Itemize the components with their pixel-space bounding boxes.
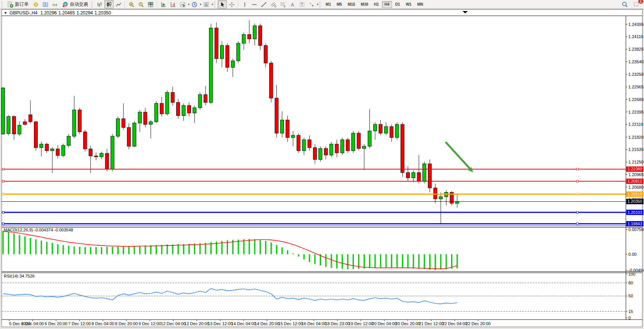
macd-bar (342, 254, 343, 269)
metaeditor-button[interactable] (31, 0, 40, 8)
arrows-tool-button[interactable] (307, 0, 316, 8)
candle-up (456, 202, 459, 204)
svg-text:8 Dec 20:00: 8 Dec 20:00 (115, 321, 138, 326)
signals-button[interactable] (50, 0, 59, 8)
macd-bar (90, 247, 91, 254)
timeframe-m15-button[interactable]: M15 (345, 1, 358, 8)
candle-down (324, 149, 328, 155)
timeframe-m1-button[interactable]: M1 (323, 1, 334, 8)
candle-down (204, 95, 207, 103)
candle-down (335, 144, 339, 153)
svg-text:15: 15 (628, 309, 633, 314)
autoscroll-button[interactable] (159, 0, 168, 8)
macd-bar (35, 239, 36, 254)
bar-chart-button[interactable] (95, 0, 104, 8)
svg-text:20 Dec 04:00: 20 Dec 04:00 (372, 321, 397, 326)
zoom-in-button[interactable] (127, 0, 136, 8)
svg-text:100: 100 (628, 272, 635, 276)
terminal-button[interactable] (41, 0, 50, 8)
candle-up (18, 125, 21, 134)
macd-bar (183, 244, 184, 254)
svg-text:12 Dec 04:00: 12 Dec 04:00 (161, 321, 186, 326)
hline-handle (2, 168, 4, 170)
timeframe-m30-button[interactable]: M30 (358, 1, 371, 8)
macd-bar (30, 238, 31, 254)
candle-down (264, 45, 267, 63)
macd-bar (95, 247, 96, 254)
fibonacci-tool-button[interactable]: F (278, 0, 287, 8)
indicators-dropdown-arrow[interactable]: ▾ (188, 3, 190, 6)
crosshair-tool-button[interactable] (227, 0, 236, 8)
text-tool-button[interactable]: A (288, 0, 297, 8)
timeframe-mn-button[interactable]: MN (414, 1, 426, 8)
tile-windows-button[interactable] (146, 0, 155, 8)
candle-up (384, 127, 388, 133)
templates-icon (203, 2, 209, 8)
svg-text:19 Dec 12:00: 19 Dec 12:00 (348, 321, 373, 326)
trendline-tool-button[interactable] (259, 0, 268, 8)
candle-up (368, 131, 371, 146)
macd-bar (161, 245, 162, 254)
text-label-tool-button[interactable]: T (297, 0, 307, 8)
line-chart-button[interactable] (114, 0, 123, 8)
candle-down (45, 144, 48, 151)
candle-up (67, 136, 71, 145)
candle-down (215, 28, 218, 58)
candle-down (346, 140, 350, 151)
indicators-button[interactable] (178, 0, 187, 8)
new-order-label: 新订单 (15, 1, 29, 8)
autotrading-label: 自动交易 (70, 1, 88, 8)
autotrading-button[interactable]: 自动交易 (60, 0, 90, 8)
candle-up (149, 122, 153, 124)
timeframe-h4-button[interactable]: H4 (382, 1, 392, 8)
symbol-dropdown-icon[interactable]: ▼ (4, 11, 7, 15)
notification-badge: 1 (638, 0, 643, 4)
vertical-line-tool-button[interactable] (240, 0, 249, 8)
toolbar-grip[interactable] (320, 2, 322, 8)
chart-canvas[interactable]: 1.243951.241101.238251.235401.232501.229… (0, 9, 644, 329)
chart-symbol-period: GBPUSD-,H4 (10, 10, 37, 16)
macd-bar (304, 254, 305, 260)
macd-bar (391, 254, 392, 268)
svg-text:1.19843: 1.19843 (628, 221, 642, 226)
macd-bar (374, 254, 376, 268)
macd-bar (117, 246, 119, 254)
timeframe-d1-button[interactable]: D1 (392, 1, 403, 8)
periods-button[interactable] (190, 0, 199, 8)
timeframe-m5-button[interactable]: M5 (334, 1, 345, 8)
templates-dropdown-arrow[interactable]: ▾ (212, 3, 213, 6)
candle-down (308, 140, 311, 148)
new-order-button[interactable]: 新订单 (5, 0, 31, 8)
candle-down (23, 122, 27, 124)
macd-bar (456, 254, 458, 268)
svg-text:20 Dec 20:00: 20 Dec 20:00 (395, 321, 420, 326)
horizontal-line-tool-button[interactable] (250, 0, 259, 8)
notifications-button[interactable]: 1 (632, 0, 641, 8)
timeframe-w1-button[interactable]: W1 (403, 1, 414, 8)
templates-button[interactable] (202, 0, 211, 8)
toolbar-grip[interactable] (92, 2, 94, 8)
macd-bar (353, 254, 354, 269)
bar-chart-icon (96, 2, 103, 8)
search-button[interactable] (620, 0, 630, 8)
cursor-tool-button[interactable] (218, 0, 227, 8)
candlestick-chart-button[interactable] (104, 0, 114, 8)
timeframe-h1-button[interactable]: H1 (371, 1, 382, 8)
toolbar-grip[interactable] (2, 2, 4, 8)
periods-dropdown-arrow[interactable]: ▾ (200, 3, 201, 6)
macd-bar (8, 232, 9, 254)
svg-text:1.24110: 1.24110 (628, 34, 643, 39)
hline-handle (577, 212, 578, 213)
svg-text:1.20812: 1.20812 (628, 179, 642, 183)
zoom-out-button[interactable] (137, 0, 146, 8)
macd-bar (123, 246, 124, 254)
chart-shift-button[interactable] (169, 0, 178, 8)
ohlc-open: 1.20296 (40, 10, 57, 16)
macd-bar (145, 246, 146, 254)
hline-handle (2, 212, 4, 213)
rsi-indicator-label: RSI(14) 34.7526 (4, 274, 35, 278)
arrows-dropdown-arrow[interactable]: ▾ (317, 3, 318, 6)
equidistant-channel-tool-button[interactable]: E (269, 0, 278, 8)
toolbar-grip[interactable] (214, 2, 217, 8)
svg-text:21 Dec 12:00: 21 Dec 12:00 (419, 321, 443, 326)
